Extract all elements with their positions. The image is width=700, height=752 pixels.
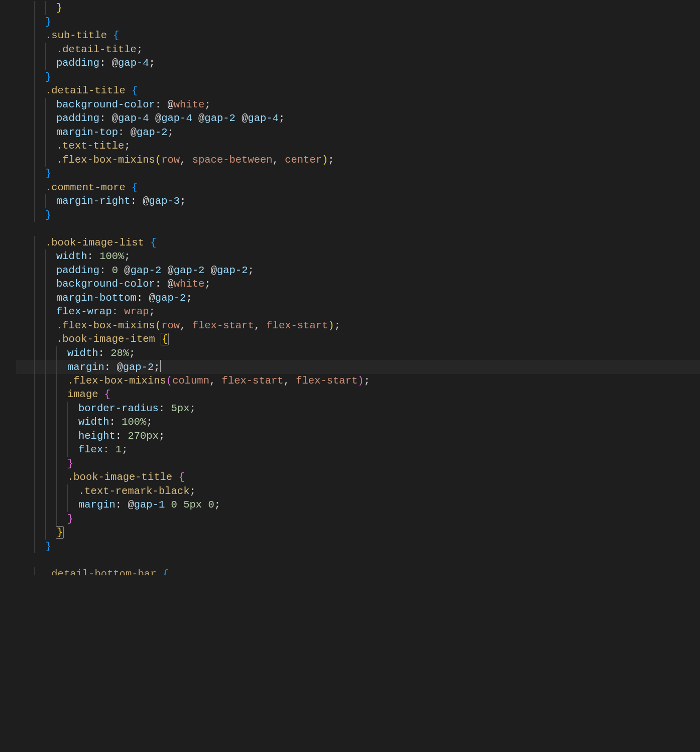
code-line[interactable]: .detail-bottom-bar { [16,567,700,575]
code-line[interactable]: background-color: @white; [16,277,700,291]
line-number [0,291,13,305]
code-line[interactable]: } [16,540,700,554]
code-line[interactable]: margin: @gap-1 0 5px 0; [16,498,700,512]
code-line[interactable]: .flex-box-mixins(row, space-between, cen… [16,153,700,167]
line-number [0,167,13,181]
line-number [0,498,13,512]
code-line[interactable]: .book-image-title { [16,470,700,484]
token-punct: , [284,375,296,387]
code-line[interactable]: background-color: @white; [16,98,700,112]
token-kw: wrap [124,306,149,317]
token-mix: .flex-box-mixins [67,375,166,387]
token-unit: px [190,499,202,511]
code-line[interactable]: border-radius: 5px; [16,402,700,416]
line-number [0,415,13,429]
token-sel: image [67,389,98,400]
code-line[interactable]: } [16,15,700,29]
code-line[interactable]: .book-image-list { [16,236,700,250]
token-at: @ [167,99,173,110]
token-punct [98,389,104,400]
code-line[interactable]: } [16,1,700,15]
token-punct: : [99,112,112,124]
code-line[interactable]: .flex-box-mixins(column, flex-start, fle… [16,374,700,388]
token-at: @ [211,265,217,276]
line-number [0,305,13,319]
code-line[interactable]: margin-top: @gap-2; [16,126,700,140]
token-num: 100 [122,416,140,428]
token-var: gap-3 [149,195,180,207]
token-brace2: } [45,168,51,179]
token-punct [236,112,242,124]
code-line[interactable]: .detail-title; [16,43,700,57]
token-brace3: } [56,526,64,539]
token-punct: ; [204,278,210,290]
line-number [0,208,13,222]
code-line[interactable]: .comment-more { [16,181,700,195]
code-line[interactable]: .detail-title { [16,84,700,98]
token-punct: ; [279,112,285,124]
token-sel: .detail-title [45,85,126,96]
token-num: 100 [99,250,118,262]
token-brace2: } [45,541,51,552]
token-sel: .detail-title [56,44,137,55]
code-line[interactable]: } [16,70,700,84]
line-number [0,29,13,43]
token-punct: : [99,265,112,276]
token-prop: margin-right [56,195,131,207]
token-paren: ( [155,154,161,166]
code-line[interactable] [16,553,700,567]
code-line[interactable]: } [16,526,700,540]
token-punct [192,112,198,124]
code-line[interactable]: .text-remark-black; [16,484,700,498]
code-line[interactable]: } [16,208,700,222]
code-line[interactable]: .book-image-item { [16,332,700,346]
token-kw: flex-start [266,320,328,331]
token-punct [126,85,132,96]
code-line[interactable]: } [16,512,700,526]
token-punct [107,30,113,41]
code-line[interactable]: .sub-title { [16,29,700,43]
token-punct [161,265,167,276]
code-line[interactable]: } [16,167,700,181]
token-at: @ [124,265,130,276]
code-line[interactable]: flex: 1; [16,443,700,457]
token-punct [204,265,210,276]
token-mix: .flex-box-mixins [56,320,155,331]
token-kw: row [161,320,180,331]
token-punct: : [109,416,122,428]
code-line[interactable]: padding: 0 @gap-2 @gap-2 @gap-2; [16,264,700,278]
code-line[interactable] [16,222,700,236]
token-kw: row [161,154,180,166]
code-line[interactable]: image { [16,388,700,402]
token-prop: height [78,430,115,442]
token-brace2: { [150,237,156,248]
code-line[interactable]: .flex-box-mixins(row, flex-start, flex-s… [16,319,700,333]
token-paren: ) [322,154,328,166]
code-line[interactable]: height: 270px; [16,429,700,443]
line-number [0,360,13,374]
token-sel: .book-image-list [45,237,144,248]
code-line[interactable]: margin-right: @gap-3; [16,194,700,208]
token-punct: ; [204,99,210,110]
code-line[interactable]: } [16,457,700,471]
code-line[interactable]: margin-bottom: @gap-2; [16,291,700,305]
token-punct [149,112,155,124]
token-num: 270 [128,430,146,442]
code-editor[interactable]: }}.sub-title {.detail-title;padding: @ga… [0,0,700,752]
token-var: gap-2 [137,127,168,138]
code-line[interactable]: flex-wrap: wrap; [16,305,700,319]
code-line[interactable]: width: 100%; [16,249,700,264]
token-punct: : [131,195,143,207]
token-brace2: } [45,71,51,83]
code-line[interactable]: width: 28%; [16,346,700,360]
token-paren2: ) [358,375,364,387]
code-line[interactable]: margin: @gap-2; [16,360,700,374]
code-line[interactable]: width: 100%; [16,415,700,429]
code-line[interactable]: .text-title; [16,139,700,153]
code-line[interactable]: padding: @gap-4; [16,56,700,70]
code-area[interactable]: }}.sub-title {.detail-title;padding: @ga… [16,0,700,752]
token-prop: margin [67,361,104,373]
code-line[interactable]: padding: @gap-4 @gap-4 @gap-2 @gap-4; [16,111,700,126]
token-brace: } [67,513,73,525]
token-punct: ; [189,403,195,414]
